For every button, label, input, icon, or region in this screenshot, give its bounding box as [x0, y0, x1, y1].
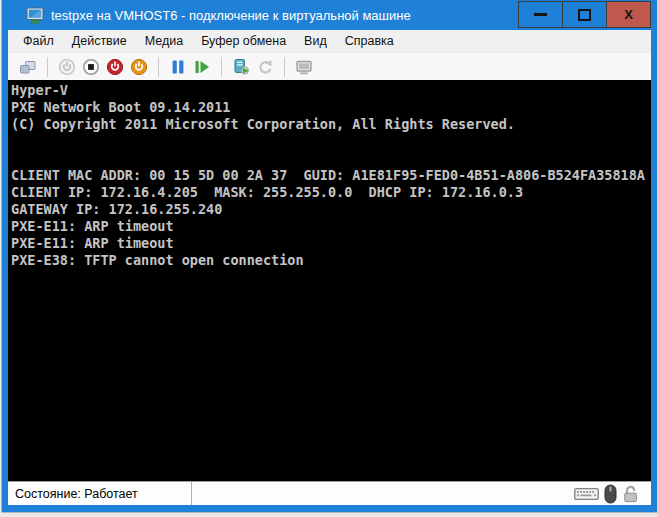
save-icon — [130, 58, 148, 76]
vm-console-screen[interactable]: Hyper-V PXE Network Boot 09.14.2011 (C) … — [8, 80, 651, 481]
vm-connection-window: testpxe на VMHOST6 - подключение к вирту… — [2, 0, 657, 512]
minimize-button[interactable] — [518, 1, 563, 28]
menu-item-3[interactable]: Буфер обмена — [192, 31, 295, 51]
maximize-button[interactable] — [562, 1, 607, 28]
keyboard-icon — [574, 486, 599, 502]
shut-down-button[interactable] — [103, 55, 127, 79]
menu-item-5[interactable]: Справка — [336, 31, 403, 51]
close-button[interactable]: X — [606, 1, 651, 28]
ctrl-alt-del-icon — [19, 58, 37, 76]
window-controls: X — [519, 1, 651, 28]
menu-bar: ФайлДействиеМедиаБуфер обменаВидСправка — [8, 30, 651, 52]
unlock-icon — [622, 484, 639, 503]
toolbar-group — [292, 55, 316, 79]
checkpoint-icon — [232, 58, 250, 76]
toolbar-group — [229, 55, 277, 79]
turn-off-icon — [82, 58, 100, 76]
revert-icon — [256, 58, 274, 76]
toolbar — [8, 52, 651, 80]
checkpoint-button[interactable] — [229, 55, 253, 79]
reset-button[interactable] — [190, 55, 214, 79]
shut-down-icon — [106, 58, 124, 76]
client-area: ФайлДействиеМедиаБуфер обменаВидСправка … — [8, 30, 651, 505]
save-button[interactable] — [127, 55, 151, 79]
vm-state-label: Состояние: Работает — [8, 487, 191, 501]
revert-button — [253, 55, 277, 79]
menu-item-2[interactable]: Медиа — [136, 31, 192, 51]
mouse-icon — [604, 484, 617, 504]
window-title: testpxe на VMHOST6 - подключение к вирту… — [51, 8, 411, 23]
toolbar-separator — [221, 57, 222, 77]
maximize-icon — [578, 9, 591, 21]
vmconnect-app-icon — [26, 6, 44, 24]
enhanced-session-button — [292, 55, 316, 79]
turn-off-button[interactable] — [79, 55, 103, 79]
enhanced-session-icon — [295, 58, 313, 76]
toolbar-group — [55, 55, 151, 79]
close-icon: X — [624, 8, 633, 21]
ctrl-alt-del-button[interactable] — [16, 55, 40, 79]
start-button — [55, 55, 79, 79]
minimize-icon — [534, 13, 547, 16]
reset-icon — [193, 58, 211, 76]
pause-button[interactable] — [166, 55, 190, 79]
toolbar-separator — [47, 57, 48, 77]
statusbar-indicators — [574, 484, 639, 504]
titlebar[interactable]: testpxe на VMHOST6 - подключение к вирту… — [8, 0, 651, 30]
status-bar: Состояние: Работает — [8, 481, 651, 505]
pause-icon — [169, 58, 187, 76]
toolbar-group — [16, 55, 40, 79]
start-icon — [58, 58, 76, 76]
statusbar-separator — [191, 482, 192, 505]
toolbar-group — [166, 55, 214, 79]
toolbar-separator — [284, 57, 285, 77]
toolbar-separator — [158, 57, 159, 77]
menu-item-1[interactable]: Действие — [63, 31, 136, 51]
menu-item-4[interactable]: Вид — [295, 31, 336, 51]
menu-item-0[interactable]: Файл — [14, 31, 63, 51]
